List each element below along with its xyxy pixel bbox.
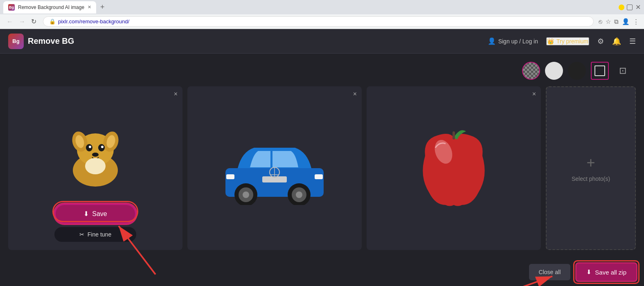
- save-zip-button[interactable]: ⬇ Save all zip: [575, 262, 637, 282]
- svg-point-19: [296, 191, 302, 198]
- main-wrapper: ⊡ ×: [0, 54, 644, 286]
- header-actions: 👤 Sign up / Log in 👑 Try premium ⚙ 🔔 ☰: [488, 37, 636, 46]
- reload-button[interactable]: ↻: [29, 16, 38, 27]
- close-button[interactable]: ✕: [635, 5, 641, 10]
- svg-point-9: [101, 146, 104, 148]
- add-icon: +: [586, 154, 595, 171]
- transparent-bg-button[interactable]: [522, 62, 540, 80]
- app: Bg Remove BG 👤 Sign up / Log in 👑 Try pr…: [0, 29, 644, 286]
- premium-button[interactable]: 👑 Try premium: [546, 37, 589, 45]
- dog-card-close[interactable]: ×: [174, 90, 178, 98]
- restore-button[interactable]: [627, 5, 633, 10]
- fine-tune-label: Fine tune: [88, 231, 111, 238]
- notifications-button[interactable]: 🔔: [612, 37, 621, 46]
- cast-icon[interactable]: ⎋: [599, 18, 602, 25]
- fine-tune-icon: ✂: [79, 231, 84, 238]
- bookmark-icon[interactable]: ☆: [606, 18, 611, 25]
- white-bg-button[interactable]: [545, 62, 563, 80]
- address-bar: ← → ↻ 🔒 pixlr.com/remove-background/ ⎋ ☆…: [0, 14, 644, 29]
- save-zip-label: Save all zip: [595, 269, 626, 276]
- logo-container: Bg Remove BG: [8, 34, 74, 49]
- signup-label: Sign up / Log in: [498, 38, 538, 45]
- main-content: ⊡ ×: [0, 54, 644, 258]
- car-image-card: ×: [187, 86, 362, 250]
- dog-image: [63, 117, 128, 187]
- car-card-close[interactable]: ×: [353, 90, 357, 98]
- more-icon[interactable]: ⋮: [633, 18, 639, 25]
- square-bg-button[interactable]: [591, 62, 609, 80]
- url-text: pixlr.com/remove-background/: [58, 18, 129, 25]
- crop-button[interactable]: ⊡: [614, 62, 632, 80]
- app-header: Bg Remove BG 👤 Sign up / Log in 👑 Try pr…: [0, 29, 644, 54]
- svg-point-8: [89, 146, 91, 148]
- bottom-bar: Close all ⬇ Save all zip: [0, 258, 644, 286]
- premium-label: Try premium: [556, 38, 588, 45]
- nav-buttons: ← → ↻: [5, 16, 38, 27]
- save-label: Save: [92, 210, 107, 218]
- dog-card-overlay: ⬇ Save ✂ Fine tune: [54, 204, 136, 242]
- zip-download-icon: ⬇: [586, 268, 592, 276]
- apple-image: [413, 123, 495, 213]
- svg-point-16: [243, 191, 249, 198]
- svg-rect-20: [226, 174, 234, 179]
- logo-icon: Bg: [8, 34, 24, 49]
- black-bg-button[interactable]: [568, 62, 586, 80]
- tab-title: Remove Background AI image: [18, 5, 84, 10]
- dog-image-card: ×: [8, 86, 182, 250]
- active-tab[interactable]: Bg Remove Background AI image ✕: [3, 1, 96, 14]
- extensions-icon[interactable]: ⧉: [614, 18, 619, 25]
- close-all-button[interactable]: Close all: [529, 264, 571, 280]
- tab-favicon: Bg: [8, 4, 15, 11]
- menu-button[interactable]: ☰: [629, 37, 636, 46]
- signup-button[interactable]: 👤 Sign up / Log in: [488, 37, 538, 45]
- select-photos-label: Select photo(s): [572, 176, 610, 182]
- browser-chrome: Bg Remove Background AI image ✕ + ✕: [0, 0, 644, 14]
- new-tab-button[interactable]: +: [98, 3, 107, 11]
- apple-image-card: ×: [367, 86, 541, 250]
- svg-point-12: [85, 158, 106, 174]
- url-bar[interactable]: 🔒 pixlr.com/remove-background/: [43, 16, 594, 27]
- back-button[interactable]: ←: [5, 16, 15, 27]
- car-image: [217, 131, 332, 205]
- svg-rect-21: [315, 174, 323, 179]
- dog-save-button[interactable]: ⬇ Save: [54, 204, 136, 224]
- settings-button[interactable]: ⚙: [597, 37, 604, 46]
- svg-rect-27: [453, 131, 455, 140]
- apple-card-close[interactable]: ×: [532, 90, 536, 98]
- app-title: Remove BG: [28, 36, 74, 46]
- crop-icon: ⊡: [619, 65, 626, 76]
- save-download-icon: ⬇: [83, 210, 89, 218]
- forward-button[interactable]: →: [17, 16, 27, 27]
- address-bar-icons: ⎋ ☆ ⧉ 👤 ⋮: [599, 18, 639, 25]
- save-zip-wrapper: ⬇ Save all zip: [575, 262, 637, 282]
- image-grid: ×: [8, 86, 636, 250]
- dog-fine-tune-button[interactable]: ✂ Fine tune: [54, 227, 136, 242]
- window-controls: ✕: [619, 5, 641, 10]
- square-icon: [594, 65, 605, 76]
- tab-close-button[interactable]: ✕: [88, 5, 91, 10]
- add-image-card[interactable]: + Select photo(s): [546, 86, 636, 250]
- profile-icon[interactable]: 👤: [622, 18, 630, 25]
- user-icon: 👤: [488, 37, 496, 45]
- bg-options: ⊡: [8, 62, 636, 80]
- minimize-button[interactable]: [619, 5, 624, 10]
- svg-point-10: [92, 153, 99, 157]
- crown-icon: 👑: [547, 38, 554, 45]
- tab-bar: Bg Remove Background AI image ✕ +: [3, 1, 616, 14]
